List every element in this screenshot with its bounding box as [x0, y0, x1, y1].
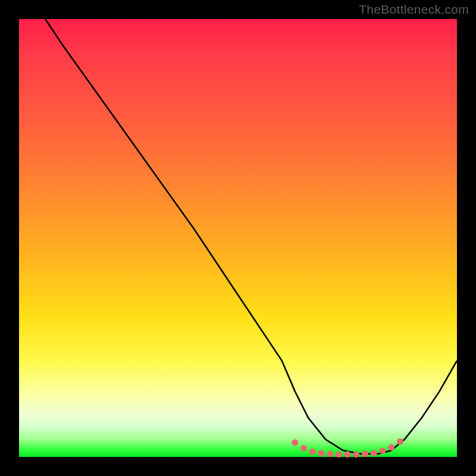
highlight-dot [362, 450, 368, 457]
bottleneck-curve [45, 19, 457, 454]
highlight-dot [300, 445, 307, 452]
highlight-dot [371, 450, 377, 456]
highlight-dot [318, 450, 324, 456]
highlight-dot [345, 451, 351, 458]
highlight-dot [388, 444, 394, 450]
highlight-dot [327, 450, 333, 457]
highlight-dot [397, 439, 403, 445]
curve-layer [19, 19, 457, 457]
watermark-text: TheBottleneck.com [359, 2, 469, 17]
highlight-dot [353, 451, 359, 458]
highlight-dot [336, 451, 342, 458]
highlight-dot [309, 449, 316, 455]
highlight-dot [379, 447, 386, 454]
chart-frame: TheBottleneck.com [0, 0, 476, 476]
highlight-dot [292, 439, 298, 446]
highlight-dots [292, 439, 403, 458]
plot-area [19, 19, 457, 457]
